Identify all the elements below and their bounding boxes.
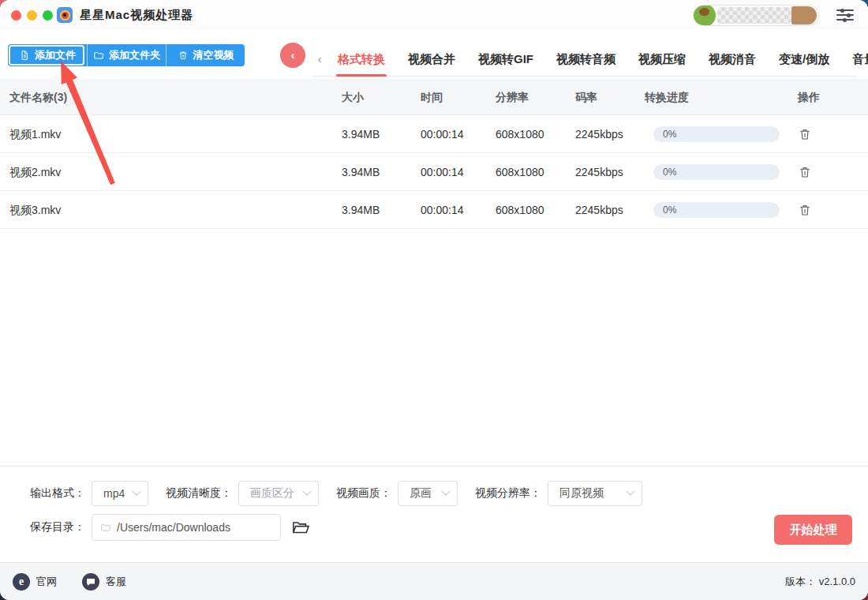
table-row: 视频2.mkv 3.94MB 00:00:14 608x1080 2245kbp… (0, 153, 868, 191)
user-account-badge[interactable] (693, 5, 819, 26)
add-file-button[interactable]: 添加文件 (8, 44, 87, 66)
chat-bubble-icon (82, 573, 99, 591)
app-window: 星星Mac视频处理器 添加文件 添加文件夹 (0, 0, 868, 600)
browse-folder-button[interactable] (291, 519, 310, 536)
folder-open-icon (291, 519, 310, 536)
chevron-down-icon (302, 487, 311, 496)
folder-icon (100, 522, 111, 533)
progress-value: 0% (663, 126, 780, 142)
header-bitrate: 码率 (575, 79, 597, 115)
file-resolution: 608x1080 (496, 115, 544, 153)
file-name: 视频3.mkv (9, 191, 61, 229)
add-folder-button[interactable]: 添加文件夹 (87, 44, 166, 66)
file-duration: 00:00:14 (421, 153, 464, 191)
version-label: 版本： (785, 576, 816, 587)
tab-speed-reverse[interactable]: 变速/倒放 (779, 41, 829, 77)
settings-row-1: 输出格式： mp4 视频清晰度： 画质区分 视频画质： 原画 视频分辨率： 同原… (30, 481, 660, 506)
close-button[interactable] (11, 10, 21, 21)
chevron-down-icon (132, 487, 140, 496)
tab-video-to-gif[interactable]: 视频转GIF (478, 41, 533, 77)
minimize-button[interactable] (27, 10, 37, 21)
title-bar: 星星Mac视频处理器 (0, 0, 868, 30)
tab-video-merge[interactable]: 视频合并 (408, 41, 455, 77)
app-title: 星星Mac视频处理器 (80, 0, 193, 30)
clarity-select[interactable]: 画质区分 (238, 481, 319, 506)
clear-videos-button[interactable]: 清空视频 (166, 44, 245, 66)
delete-row-button[interactable] (798, 127, 812, 141)
support-label: 客服 (106, 575, 126, 589)
clarity-value: 画质区分 (250, 486, 294, 501)
chevron-down-icon (441, 487, 450, 496)
customer-support-link[interactable]: 客服 (82, 573, 126, 591)
traffic-lights (11, 10, 53, 21)
header-resolution: 分辨率 (496, 79, 529, 115)
file-size: 3.94MB (342, 153, 380, 191)
tab-video-compress[interactable]: 视频压缩 (638, 41, 686, 77)
file-duration: 00:00:14 (421, 191, 464, 229)
file-size: 3.94MB (342, 191, 380, 229)
clarity-label: 视频清晰度： (166, 486, 232, 501)
quality-value: 原画 (410, 486, 432, 501)
file-bitrate: 2245kbps (575, 153, 623, 191)
file-toolbar: 添加文件 添加文件夹 清空视频 (8, 44, 245, 66)
settings-row-2: 保存目录： /Users/mac/Downloads (30, 514, 310, 541)
app-icon (57, 7, 73, 23)
tabs-scroll-left[interactable]: ‹ (312, 52, 327, 66)
website-label: 官网 (36, 575, 57, 589)
start-processing-button[interactable]: 开始处理 (774, 515, 852, 545)
zoom-button[interactable] (43, 10, 53, 21)
save-dir-value: /Users/mac/Downloads (117, 521, 230, 534)
delete-row-button[interactable] (798, 203, 812, 217)
header-progress: 转换进度 (645, 79, 689, 115)
collapse-circle-button[interactable]: ‹ (280, 43, 305, 68)
table-header: 文件名称(3) 大小 时间 分辨率 码率 转换进度 操作 (0, 79, 868, 115)
username-redacted-end (791, 6, 817, 24)
add-file-label: 添加文件 (35, 48, 76, 62)
output-format-label: 输出格式： (30, 486, 85, 501)
tab-video-mute[interactable]: 视频消音 (709, 41, 756, 77)
file-name: 视频1.mkv (9, 115, 61, 153)
tab-strip: ‹ 格式转换 视频合并 视频转GIF 视频转音频 视频压缩 视频消音 变速/倒放… (312, 41, 856, 77)
table-row: 视频1.mkv 3.94MB 00:00:14 608x1080 2245kbp… (0, 115, 868, 153)
tab-volume-adjust[interactable]: 音量调整 (852, 41, 868, 77)
trash-icon (798, 165, 812, 179)
resolution-value: 同原视频 (559, 486, 604, 501)
trash-icon (178, 50, 189, 61)
save-dir-input[interactable]: /Users/mac/Downloads (92, 514, 281, 541)
settings-sliders-icon[interactable] (836, 8, 854, 22)
progress-bar: 0% (653, 202, 780, 218)
output-format-select[interactable]: mp4 (92, 481, 148, 506)
progress-bar: 0% (653, 126, 780, 142)
file-name: 视频2.mkv (9, 153, 61, 191)
file-bitrate: 2245kbps (575, 191, 623, 229)
file-size: 3.94MB (342, 115, 380, 153)
avatar (693, 5, 716, 26)
tab-format-convert[interactable]: 格式转换 (338, 41, 385, 77)
header-size: 大小 (342, 79, 364, 115)
save-dir-label: 保存目录： (30, 520, 85, 534)
progress-bar: 0% (653, 164, 780, 180)
file-bitrate: 2245kbps (575, 115, 623, 153)
trash-icon (798, 127, 812, 141)
trash-icon (798, 203, 812, 217)
official-website-link[interactable]: e 官网 (13, 573, 57, 591)
quality-label: 视频画质： (336, 486, 391, 501)
tab-video-to-audio[interactable]: 视频转音频 (556, 41, 615, 77)
website-icon: e (13, 573, 30, 591)
resolution-select[interactable]: 同原视频 (548, 481, 642, 506)
progress-value: 0% (663, 202, 780, 218)
tabs: 格式转换 视频合并 视频转GIF 视频转音频 视频压缩 视频消音 变速/倒放 音… (338, 41, 868, 77)
add-folder-label: 添加文件夹 (109, 48, 160, 62)
file-resolution: 608x1080 (496, 153, 544, 191)
output-format-value: mp4 (103, 487, 125, 500)
version-value: v2.1.0.0 (819, 576, 855, 587)
resolution-label: 视频分辨率： (475, 486, 541, 501)
header-file-name: 文件名称(3) (9, 79, 67, 115)
quality-select[interactable]: 原画 (398, 481, 458, 506)
file-icon (19, 50, 30, 61)
version-text: 版本： v2.1.0.0 (785, 575, 855, 589)
header-action: 操作 (798, 79, 820, 115)
footer: e 官网 客服 版本： v2.1.0.0 (0, 562, 868, 600)
delete-row-button[interactable] (798, 165, 812, 179)
progress-value: 0% (663, 164, 780, 180)
